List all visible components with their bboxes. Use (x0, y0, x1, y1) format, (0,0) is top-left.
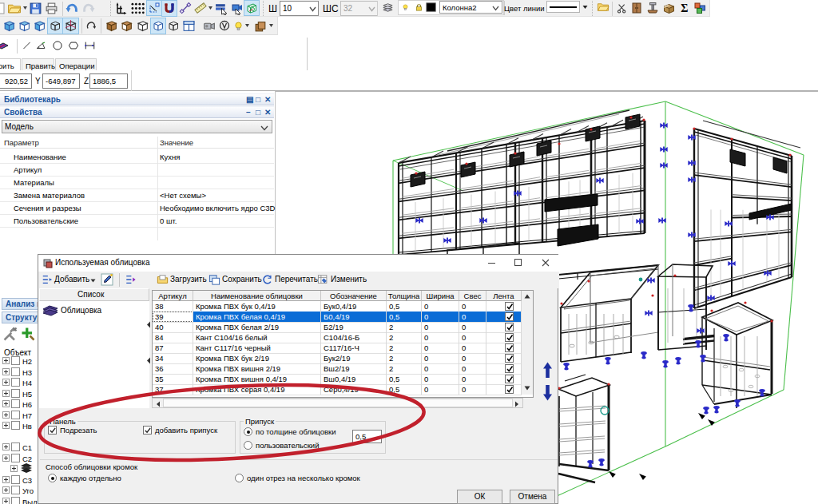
svg-text:Σ: Σ (681, 2, 688, 14)
